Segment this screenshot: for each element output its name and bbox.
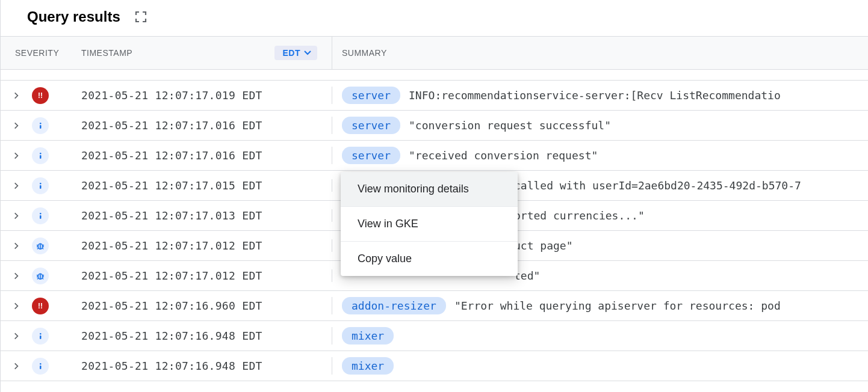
- source-tag[interactable]: addon-resizer: [342, 297, 446, 314]
- col-header-summary[interactable]: SUMMARY: [332, 37, 868, 69]
- source-tag[interactable]: server: [342, 117, 400, 134]
- table-header: SEVERITY TIMESTAMP EDT SUMMARY: [1, 36, 868, 70]
- table-row-partial: [1, 381, 868, 392]
- info-icon: [32, 358, 49, 375]
- expand-toggle[interactable]: [1, 302, 32, 310]
- summary-text: ted": [514, 269, 540, 282]
- table-row-partial: [1, 70, 868, 81]
- severity-cell: !!: [32, 298, 72, 314]
- summary-text: "conversion request successful": [409, 119, 611, 132]
- summary-cell: serverINFO:recommendationservice-server:…: [332, 87, 868, 104]
- dropdown-icon: [304, 51, 311, 55]
- table-row[interactable]: !!2021-05-21 12:07:17.019 EDTserverINFO:…: [1, 81, 868, 111]
- summary-text: uct page": [514, 239, 573, 252]
- summary-cell: addon-resizer"Error while querying apise…: [332, 297, 868, 314]
- svg-rect-3: [40, 153, 42, 155]
- expand-toggle[interactable]: [1, 362, 32, 370]
- timezone-selector[interactable]: EDT: [274, 46, 318, 60]
- table-row[interactable]: 2021-05-21 12:07:17.016 EDTserver"conver…: [1, 111, 868, 141]
- menu-item-copy-value[interactable]: Copy value: [341, 242, 518, 276]
- expand-toggle[interactable]: [1, 152, 32, 160]
- timestamp-cell: 2021-05-21 12:07:17.016 EDT: [72, 149, 332, 162]
- timestamp-cell: 2021-05-21 12:07:17.015 EDT: [72, 179, 332, 192]
- panel-title: Query results: [27, 8, 120, 25]
- svg-line-11: [37, 245, 38, 245]
- debug-icon: [32, 268, 49, 284]
- error-icon: !!: [32, 298, 49, 314]
- col-header-timestamp: TIMESTAMP EDT: [72, 46, 332, 60]
- col-header-severity[interactable]: SEVERITY: [1, 48, 72, 58]
- error-icon: !!: [32, 87, 49, 104]
- timestamp-cell: 2021-05-21 12:07:17.012 EDT: [72, 269, 332, 282]
- expand-toggle[interactable]: [1, 272, 32, 280]
- summary-text: orted currencies...": [514, 209, 645, 222]
- info-icon: [32, 207, 49, 224]
- summary-text: INFO:recommendationservice-server:[Recv …: [409, 89, 781, 102]
- svg-line-23: [37, 278, 39, 279]
- expand-toggle[interactable]: [1, 121, 32, 130]
- summary-cell: server"conversion request successful": [332, 117, 868, 134]
- summary-cell: mixer: [332, 357, 868, 375]
- timezone-label: EDT: [283, 48, 301, 58]
- fullscreen-icon[interactable]: [134, 10, 148, 24]
- svg-line-16: [42, 248, 43, 249]
- svg-text:!!: !!: [38, 91, 43, 100]
- svg-rect-27: [40, 335, 42, 339]
- svg-rect-2: [40, 125, 42, 129]
- svg-line-12: [43, 245, 44, 245]
- col-header-timestamp-label[interactable]: TIMESTAMP: [81, 48, 132, 58]
- info-icon: [32, 117, 49, 134]
- context-menu: View monitoring details View in GKE Copy…: [341, 172, 518, 276]
- table-row[interactable]: 2021-05-21 12:07:17.016 EDTserver"receiv…: [1, 141, 868, 171]
- menu-item-view-gke[interactable]: View in GKE: [341, 207, 518, 242]
- svg-line-20: [43, 275, 44, 275]
- expand-toggle[interactable]: [1, 242, 32, 250]
- expand-toggle[interactable]: [1, 91, 32, 100]
- svg-rect-28: [40, 363, 42, 365]
- summary-cell: server"received conversion request": [332, 147, 868, 164]
- severity-cell: [32, 358, 72, 375]
- severity-cell: [32, 328, 72, 345]
- timestamp-cell: 2021-05-21 12:07:16.948 EDT: [72, 360, 332, 372]
- summary-text: "Error while querying apiserver for reso…: [454, 299, 781, 312]
- table-row[interactable]: 2021-05-21 12:07:16.948 EDTmixer: [1, 351, 868, 381]
- expand-toggle[interactable]: [1, 332, 32, 340]
- table-row[interactable]: !!2021-05-21 12:07:16.960 EDTaddon-resiz…: [1, 291, 868, 321]
- svg-rect-26: [40, 333, 42, 335]
- source-tag[interactable]: mixer: [342, 357, 394, 375]
- panel-header: Query results: [1, 0, 868, 36]
- svg-line-24: [42, 278, 43, 279]
- svg-line-15: [37, 248, 39, 249]
- svg-rect-29: [40, 366, 42, 369]
- expand-toggle[interactable]: [1, 212, 32, 220]
- timestamp-cell: 2021-05-21 12:07:17.019 EDT: [72, 89, 332, 102]
- svg-rect-1: [40, 123, 42, 124]
- info-icon: [32, 147, 49, 164]
- severity-cell: [32, 237, 72, 254]
- svg-text:!!: !!: [38, 302, 43, 310]
- severity-cell: !!: [32, 87, 72, 104]
- severity-cell: [32, 268, 72, 284]
- summary-text: called with userId=2ae6bd20-2435-492d-b5…: [514, 179, 801, 192]
- info-icon: [32, 328, 49, 345]
- summary-cell: mixer: [332, 327, 868, 345]
- source-tag[interactable]: mixer: [342, 327, 394, 345]
- svg-line-19: [37, 275, 38, 275]
- severity-cell: [32, 177, 72, 194]
- debug-icon: [32, 237, 49, 254]
- timestamp-cell: 2021-05-21 12:07:17.013 EDT: [72, 209, 332, 222]
- severity-cell: [32, 117, 72, 134]
- timestamp-cell: 2021-05-21 12:07:16.960 EDT: [72, 299, 332, 312]
- svg-rect-5: [40, 183, 42, 185]
- table-row[interactable]: 2021-05-21 12:07:16.948 EDTmixer: [1, 321, 868, 351]
- source-tag[interactable]: server: [342, 147, 400, 164]
- severity-cell: [32, 207, 72, 224]
- svg-rect-8: [40, 215, 42, 219]
- expand-toggle[interactable]: [1, 182, 32, 190]
- timestamp-cell: 2021-05-21 12:07:17.016 EDT: [72, 119, 332, 132]
- timestamp-cell: 2021-05-21 12:07:17.012 EDT: [72, 239, 332, 252]
- severity-cell: [32, 147, 72, 164]
- source-tag[interactable]: server: [342, 87, 400, 104]
- svg-rect-4: [40, 155, 42, 159]
- menu-item-view-monitoring[interactable]: View monitoring details: [341, 172, 518, 207]
